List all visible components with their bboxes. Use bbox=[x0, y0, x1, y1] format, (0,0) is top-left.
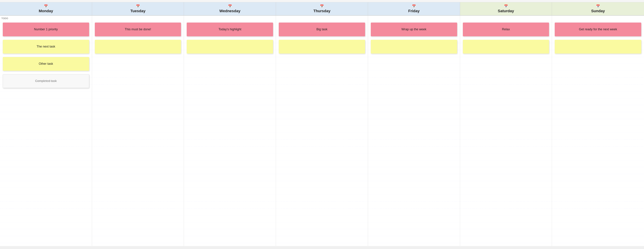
day-name-friday: Friday bbox=[408, 9, 420, 13]
sticky-note[interactable]: Other task bbox=[3, 57, 89, 71]
calendar-icon: 📅 bbox=[504, 4, 508, 8]
app-title bbox=[0, 0, 644, 2]
day-name-saturday: Saturday bbox=[498, 9, 514, 13]
sticky-note[interactable]: Big task bbox=[279, 22, 365, 36]
day-header-wednesday: 📅Wednesday bbox=[184, 2, 276, 15]
sticky-note[interactable]: Get ready for the next week bbox=[555, 22, 641, 36]
columns-grid: TODONumber 1 priorityThe next taskOther … bbox=[0, 16, 644, 246]
sticky-note[interactable] bbox=[463, 40, 549, 53]
weekly-planner: 📅Monday📅Tuesday📅Wednesday📅Thursday📅Frida… bbox=[0, 2, 644, 246]
day-column-saturday: Relax bbox=[460, 16, 552, 246]
calendar-icon: 📅 bbox=[136, 4, 140, 8]
sticky-note[interactable]: Completed task bbox=[3, 74, 89, 88]
day-name-sunday: Sunday bbox=[591, 9, 605, 13]
calendar-icon: 📅 bbox=[228, 4, 232, 8]
day-header-thursday: 📅Thursday bbox=[276, 2, 368, 15]
sticky-note[interactable] bbox=[187, 40, 273, 53]
todo-label: TODO bbox=[2, 17, 8, 20]
day-column-friday: Wrap up the week bbox=[368, 16, 460, 246]
sticky-note[interactable]: This must be done! bbox=[95, 22, 181, 36]
sticky-note[interactable]: Wrap up the week bbox=[371, 22, 457, 36]
sticky-note[interactable]: The next task bbox=[3, 40, 89, 53]
content-area: TODONumber 1 priorityThe next taskOther … bbox=[0, 16, 644, 246]
day-header-sunday: 📅Sunday bbox=[552, 2, 644, 15]
day-name-wednesday: Wednesday bbox=[220, 9, 240, 13]
header-row: 📅Monday📅Tuesday📅Wednesday📅Thursday📅Frida… bbox=[0, 2, 644, 16]
day-header-friday: 📅Friday bbox=[368, 2, 460, 15]
day-column-tuesday: This must be done! bbox=[92, 16, 184, 246]
sticky-note[interactable]: Relax bbox=[463, 22, 549, 36]
sticky-note[interactable]: Today's highlight bbox=[187, 22, 273, 36]
sticky-note[interactable] bbox=[279, 40, 365, 53]
day-name-tuesday: Tuesday bbox=[130, 9, 146, 13]
sticky-note[interactable] bbox=[371, 40, 457, 53]
day-name-monday: Monday bbox=[39, 9, 53, 13]
calendar-icon: 📅 bbox=[412, 4, 416, 8]
calendar-icon: 📅 bbox=[44, 4, 48, 8]
calendar-icon: 📅 bbox=[596, 4, 600, 8]
day-column-wednesday: Today's highlight bbox=[184, 16, 276, 246]
day-column-thursday: Big task bbox=[276, 16, 368, 246]
day-header-tuesday: 📅Tuesday bbox=[92, 2, 184, 15]
sticky-note[interactable] bbox=[555, 40, 641, 53]
day-header-monday: 📅Monday bbox=[0, 2, 92, 15]
calendar-icon: 📅 bbox=[320, 4, 324, 8]
day-column-monday: TODONumber 1 priorityThe next taskOther … bbox=[0, 16, 92, 246]
day-header-saturday: 📅Saturday bbox=[460, 2, 552, 15]
sticky-note[interactable]: Number 1 priority bbox=[3, 22, 89, 36]
sticky-note[interactable] bbox=[95, 40, 181, 53]
day-name-thursday: Thursday bbox=[314, 9, 330, 13]
day-column-sunday: Get ready for the next week bbox=[552, 16, 644, 246]
